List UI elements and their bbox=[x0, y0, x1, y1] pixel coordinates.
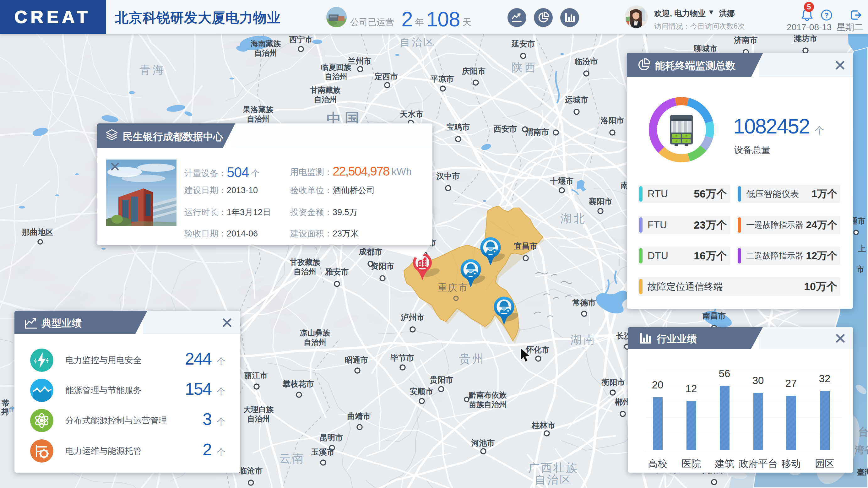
svg-text:?: ? bbox=[824, 11, 829, 19]
